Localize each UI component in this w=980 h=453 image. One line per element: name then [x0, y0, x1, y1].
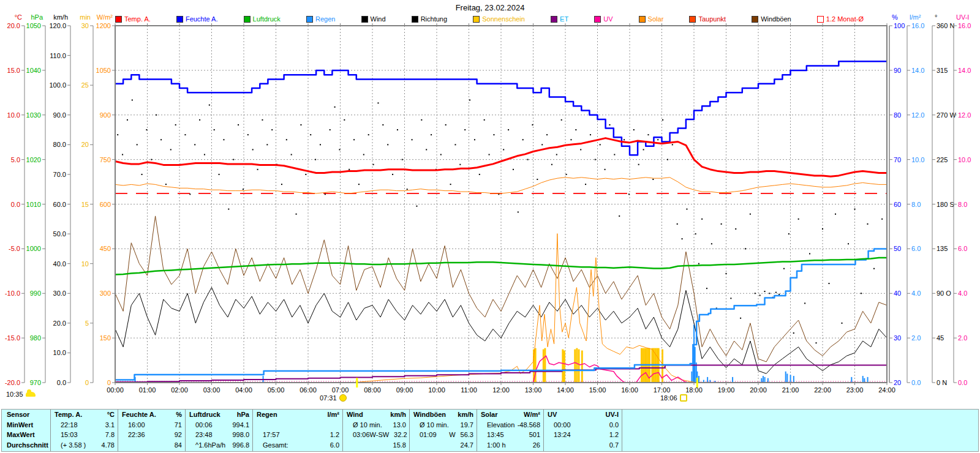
table-cell-value: 998.0	[232, 430, 249, 440]
axis-tick-label-temp: -20.0	[5, 379, 20, 386]
axis-tick-label-pct: 30	[894, 334, 901, 342]
wind-direction-dot	[793, 332, 794, 334]
table-cell-time	[347, 441, 353, 450]
table-cell-time	[257, 421, 263, 430]
table-cell-time: (+ 3.58 )	[55, 441, 86, 450]
wind-direction-dot	[638, 164, 639, 165]
axis-tick-label-kmh: 120.0	[49, 22, 66, 29]
wind-direction-dot	[184, 134, 186, 135]
sunset-time: 18:06	[660, 394, 687, 402]
axis-tick-label-temp: 20.0	[7, 22, 20, 29]
wind-direction-dot	[522, 139, 524, 140]
table-cell-time: 17:57	[257, 430, 280, 440]
axis-tick-label-pct: 50	[894, 245, 901, 252]
table-cell-value: 13.0	[393, 421, 406, 430]
wind-direction-dot	[252, 149, 254, 150]
x-axis-tick-label: 14:00	[557, 386, 574, 394]
x-axis-tick-label: 09:00	[396, 386, 413, 394]
wind-direction-dot	[867, 223, 869, 225]
table-group-unit: l/m²	[327, 410, 339, 419]
wind-direction-dot	[769, 293, 770, 294]
wind-direction-dot	[300, 124, 301, 125]
table-cell-row: 13:45501	[481, 430, 540, 440]
regen_rate-bar	[707, 377, 708, 383]
regen_rate-bar	[767, 378, 769, 383]
wind-direction-dot	[165, 184, 167, 185]
sonnenschein-bar	[581, 351, 583, 383]
axis-tick-label-hpa: 970	[30, 379, 41, 386]
table-cell-row: Ø 10 min.19.7	[413, 421, 473, 430]
wind-direction-dot	[513, 169, 514, 170]
wind-direction-dot	[798, 219, 799, 220]
x-axis-tick-label: 05:00	[268, 386, 285, 394]
sunset-sun-icon	[680, 394, 687, 402]
wind-direction-dot	[141, 174, 143, 175]
axis-tick-label-pct: 40	[894, 290, 901, 297]
sunrise-time: 07:31	[320, 394, 347, 402]
axis-tick-label-uvi: 14.0	[958, 67, 971, 74]
axis-title-uvi: UV-I	[956, 13, 969, 21]
axis-tick-label-uvi: 6.0	[958, 245, 967, 252]
wind-direction-dot	[320, 144, 321, 145]
axis-tick-label-kmh: 20.0	[53, 320, 66, 327]
table-group-header: UV	[548, 410, 557, 419]
axis-tick-label-wm2: 0	[107, 379, 111, 386]
wind-direction-dot	[223, 139, 224, 140]
wind-direction-dot	[330, 129, 331, 130]
wind-direction-dot	[804, 302, 805, 304]
table-group-unit: °C	[107, 410, 115, 419]
axis-tick-label-lm2: 4.0	[911, 290, 921, 297]
wind-direction-dot	[585, 184, 586, 185]
table-row-labels: SensorMinWertMaxWertDurchschnitt	[2, 410, 50, 451]
wind-direction-dot	[775, 292, 777, 293]
wind-direction-dot	[698, 263, 699, 264]
table-cell-time: Elevation	[481, 421, 514, 430]
wind-direction-dot	[682, 238, 683, 239]
table-cell-value: 3.1	[105, 421, 115, 430]
wind-direction-dot	[382, 124, 383, 125]
wind-direction-dot	[605, 169, 606, 170]
table-cell-value: 4.78	[102, 441, 115, 450]
wind-direction-dot	[358, 184, 360, 185]
wind-direction-dot	[344, 119, 345, 121]
wind-direction-dot	[735, 228, 736, 230]
wind-direction-dot	[431, 134, 432, 135]
sonnenschein-bar	[578, 350, 580, 383]
axis-tick-label-uvi: 0.0	[958, 379, 967, 386]
table-cell-time	[548, 441, 554, 450]
axis-tick-label-kmh: 0.0	[57, 379, 66, 386]
axis-tick-label-deg: 360 N	[937, 22, 954, 29]
table-cell-time: ^1.6hPa/h	[189, 441, 225, 450]
wind-direction-dot	[726, 273, 727, 274]
wind-direction-dot	[633, 129, 635, 130]
table-group-uv: UVUV-I00:000.013:241.20.7	[543, 410, 622, 451]
wind-direction-dot	[421, 119, 422, 121]
axis-tick-label-uvi: 10.0	[958, 156, 971, 163]
axis-tick-label-temp: 0.0	[11, 201, 20, 208]
wind-direction-dot	[628, 193, 630, 195]
wind-direction-dot	[377, 102, 379, 103]
wind-direction-dot	[146, 129, 147, 130]
wind-direction-dot	[881, 219, 883, 220]
table-cell-value: 56.3	[461, 430, 473, 440]
axis-tick-label-kmh: 10.0	[53, 349, 66, 356]
x-axis-tick-label: 08:00	[364, 386, 381, 394]
axis-tick-label-min: 5	[85, 320, 89, 327]
x-axis-tick-label: 19:00	[718, 386, 735, 394]
table-group-solar: SolarW/m²Elevation-48.56813:455011:00 h2…	[477, 410, 543, 451]
sunset-time-text: 18:06	[660, 394, 677, 402]
x-axis-tick-label: 16:00	[621, 386, 638, 394]
table-cell-value: 1.2	[330, 430, 339, 440]
wind-direction-dot	[835, 214, 836, 215]
axis-tick-label-hpa: 1000	[26, 245, 41, 252]
axis-tick-label-kmh: 50.0	[53, 230, 66, 238]
axis-tick-label-hpa: 980	[30, 334, 41, 342]
wind-direction-dot	[426, 149, 427, 150]
axis-tick-label-lm2: 10.0	[911, 156, 924, 163]
table-cell-row: 22:3692	[122, 430, 182, 440]
table-group-unit: W/m²	[524, 410, 540, 419]
wind-direction-dot	[764, 291, 766, 292]
table-cell-time: 1:00 h	[481, 441, 506, 450]
axis-tick-label-lm2: 0.0	[911, 379, 921, 386]
wind-direction-dot	[310, 134, 311, 135]
